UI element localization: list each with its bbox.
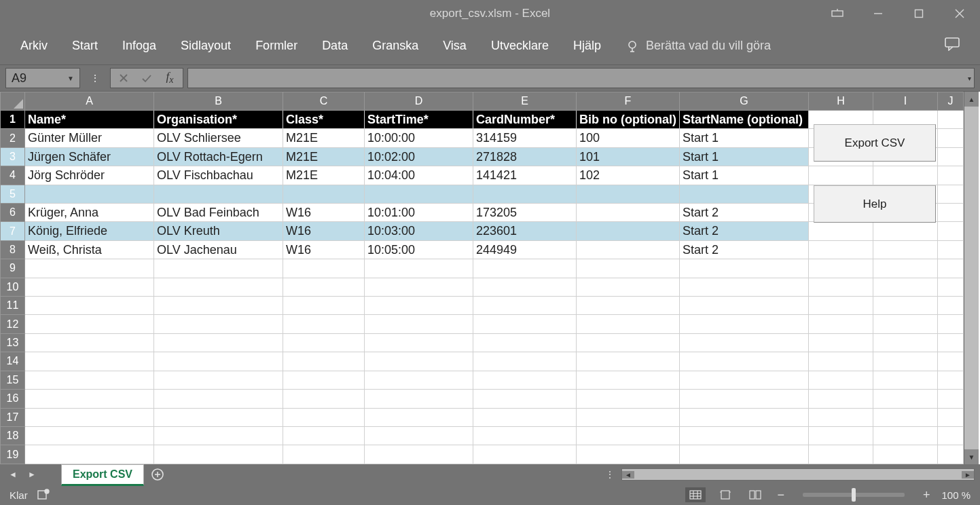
cell[interactable] [473,333,577,352]
cell[interactable] [473,408,577,426]
cell[interactable] [473,352,577,371]
table-row[interactable]: 13 [1,333,964,352]
row-header[interactable]: 7 [1,222,25,240]
view-page-layout-icon[interactable] [715,487,736,502]
table-row[interactable]: 4Jörg SchröderOLV FischbachauM21E10:04:0… [1,166,964,185]
cell[interactable] [25,315,154,333]
cell[interactable]: 314159 [473,129,577,147]
cell[interactable] [577,426,680,445]
cell[interactable]: OLV Schliersee [154,129,283,147]
cell[interactable]: Start 2 [679,240,808,259]
cell[interactable]: Start 1 [679,129,808,147]
row-header[interactable]: 11 [1,297,25,315]
row-header[interactable]: 6 [1,204,25,222]
tab-arkiv[interactable]: Arkiv [8,27,60,64]
row-header[interactable]: 8 [1,240,25,259]
row-header[interactable]: 1 [1,111,25,129]
table-row[interactable]: 7König, ElfriedeOLV KreuthW1610:03:00223… [1,222,964,240]
cell[interactable] [808,390,873,408]
cell[interactable] [873,259,937,278]
scroll-left-icon[interactable]: ◄ [622,471,634,479]
scroll-right-icon[interactable]: ► [962,471,974,479]
cell[interactable] [679,408,808,426]
formula-input[interactable]: ▾ [187,68,975,88]
tab-granska[interactable]: Granska [360,27,431,64]
cell[interactable] [937,297,963,315]
cell[interactable]: 10:02:00 [365,147,473,166]
cell[interactable] [283,297,365,315]
cell[interactable] [577,259,680,278]
cell[interactable] [25,408,154,426]
cell[interactable] [25,333,154,352]
cell[interactable] [679,333,808,352]
cell[interactable] [577,204,680,222]
cell[interactable] [808,371,873,389]
cell[interactable] [577,278,680,296]
col-header-H[interactable]: H [808,92,873,111]
cell[interactable] [283,408,365,426]
cell[interactable] [577,390,680,408]
zoom-out-icon[interactable]: − [775,488,786,502]
cell[interactable]: 141421 [473,166,577,185]
row-header[interactable]: 9 [1,259,25,278]
row-header[interactable]: 3 [1,147,25,166]
cell[interactable] [937,390,963,408]
cell[interactable] [577,408,680,426]
cell[interactable] [154,315,283,333]
zoom-in-icon[interactable]: + [921,488,932,502]
cell[interactable] [473,390,577,408]
cell[interactable] [873,445,937,464]
cell[interactable]: Jürgen Schäfer [25,147,154,166]
cell[interactable] [154,408,283,426]
cell[interactable] [25,426,154,445]
cell[interactable] [808,240,873,259]
tab-next-icon[interactable]: ► [24,467,39,482]
cell[interactable] [154,390,283,408]
cell[interactable] [154,259,283,278]
tell-me-search[interactable]: Berätta vad du vill göra [613,39,783,53]
row-header[interactable]: 5 [1,185,25,203]
cell[interactable] [808,426,873,445]
cell[interactable]: OLV Jachenau [154,240,283,259]
cell[interactable] [154,426,283,445]
cell[interactable] [808,278,873,296]
cell[interactable] [365,371,473,389]
cell[interactable] [808,333,873,352]
cell[interactable] [365,352,473,371]
col-header-F[interactable]: F [577,92,680,111]
cell[interactable] [283,445,365,464]
cell[interactable]: Jörg Schröder [25,166,154,185]
cell[interactable] [679,426,808,445]
scroll-up-icon[interactable]: ▲ [964,92,979,107]
scroll-down-icon[interactable]: ▼ [964,449,979,464]
cell[interactable] [473,445,577,464]
cell[interactable]: OLV Fischbachau [154,166,283,185]
row-header[interactable]: 18 [1,426,25,445]
cell[interactable] [873,222,937,240]
table-row[interactable]: 9 [1,259,964,278]
cell[interactable] [25,278,154,296]
zoom-thumb[interactable] [852,488,856,502]
cell[interactable] [25,352,154,371]
cell[interactable] [873,240,937,259]
cell[interactable] [154,333,283,352]
cell[interactable] [365,333,473,352]
cell[interactable] [873,278,937,296]
export-csv-button[interactable]: Export CSV [814,124,936,162]
cell[interactable] [937,166,963,185]
col-header-D[interactable]: D [365,92,473,111]
col-header-C[interactable]: C [283,92,365,111]
cell[interactable]: Günter Müller [25,129,154,147]
cell[interactable] [283,259,365,278]
cell[interactable]: 271828 [473,147,577,166]
cell[interactable] [937,129,963,147]
row-header[interactable]: 19 [1,445,25,464]
cell[interactable] [679,259,808,278]
cell[interactable] [473,278,577,296]
cell[interactable]: 173205 [473,204,577,222]
tab-sidlayout[interactable]: Sidlayout [168,27,243,64]
cell[interactable]: 244949 [473,240,577,259]
row-header[interactable]: 2 [1,129,25,147]
cell[interactable]: M21E [283,166,365,185]
close-button[interactable] [939,0,980,27]
